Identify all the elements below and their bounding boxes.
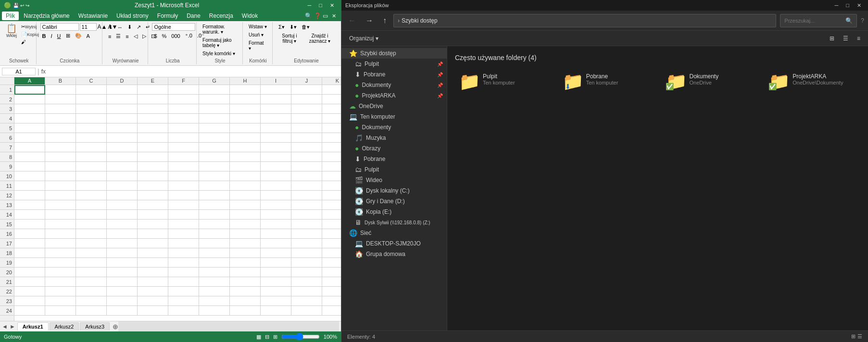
cell-E15[interactable] <box>138 220 168 229</box>
row-10[interactable]: 10 <box>0 171 14 181</box>
cell-F15[interactable] <box>168 220 199 229</box>
organize-button[interactable]: Organizuj ▾ <box>345 33 382 44</box>
cell-H11[interactable] <box>230 181 261 191</box>
scroll-left-button[interactable]: ► <box>10 323 15 330</box>
cell-K12[interactable] <box>322 191 341 200</box>
folder-card-projektarka[interactable]: 📁 ✅ ProjektARKA OneDrive\Dokumenty <box>765 69 860 94</box>
cell-I10[interactable] <box>261 171 291 181</box>
cell-G16[interactable] <box>199 229 230 239</box>
cell-B15[interactable] <box>45 220 76 229</box>
cell-C18[interactable] <box>76 248 107 258</box>
sum-button[interactable]: Σ▾ <box>277 23 287 31</box>
cell-H20[interactable] <box>230 268 261 277</box>
cell-K16[interactable] <box>322 229 341 239</box>
cell-G12[interactable] <box>199 191 230 200</box>
cell-F9[interactable] <box>168 162 199 171</box>
cell-B24[interactable] <box>45 306 76 316</box>
sidebar-item-desktop-pc[interactable]: 💻 DESKTOP-SJM20JO <box>341 238 447 249</box>
row-20[interactable]: 20 <box>0 268 14 277</box>
cell-G15[interactable] <box>199 220 230 229</box>
increase-indent-button[interactable]: ▷ <box>140 32 148 40</box>
cell-F4[interactable] <box>168 114 199 123</box>
sidebar-item-drive-d[interactable]: 💽 Gry i Dane (D:) <box>341 196 447 207</box>
cell-D11[interactable] <box>107 181 138 191</box>
cell-C11[interactable] <box>76 181 107 191</box>
cell-E23[interactable] <box>138 296 168 306</box>
cell-E1[interactable] <box>138 85 168 95</box>
cell-H12[interactable] <box>230 191 261 200</box>
cell-B16[interactable] <box>45 229 76 239</box>
border-button[interactable]: ⊞ <box>64 32 72 40</box>
row-15[interactable]: 15 <box>0 220 14 229</box>
cell-H2[interactable] <box>230 95 261 104</box>
col-header-A[interactable]: A <box>14 77 45 85</box>
cell-G8[interactable] <box>199 152 230 162</box>
cell-I2[interactable] <box>261 95 291 104</box>
menu-narzedzia[interactable]: Narzędzia główne <box>20 12 73 20</box>
cell-G9[interactable] <box>199 162 230 171</box>
cell-J10[interactable] <box>291 171 322 181</box>
sidebar-item-quick-access[interactable]: ⭐ Szybki dostęp <box>341 48 447 59</box>
increase-decimal-button[interactable]: ⁺.0 <box>183 32 194 40</box>
back-button[interactable]: ← <box>345 14 359 27</box>
cell-H17[interactable] <box>230 239 261 248</box>
cell-D2[interactable] <box>107 95 138 104</box>
cell-H3[interactable] <box>230 104 261 114</box>
address-bar[interactable]: › Szybki dostęp <box>393 14 776 27</box>
cell-G19[interactable] <box>199 258 230 268</box>
row-1[interactable]: 1 <box>0 85 14 95</box>
cell-J18[interactable] <box>291 248 322 258</box>
cell-K15[interactable] <box>322 220 341 229</box>
cell-H4[interactable] <box>230 114 261 123</box>
cell-C21[interactable] <box>76 277 107 287</box>
view-large-icon-button[interactable]: ⊞ <box>826 33 838 44</box>
cell-G6[interactable] <box>199 133 230 143</box>
cell-C19[interactable] <box>76 258 107 268</box>
cell-A3[interactable] <box>14 104 45 114</box>
cell-G4[interactable] <box>199 114 230 123</box>
row-8[interactable]: 8 <box>0 152 14 162</box>
cell-C4[interactable] <box>76 114 107 123</box>
col-header-H[interactable]: H <box>230 77 261 85</box>
cell-B19[interactable] <box>45 258 76 268</box>
cell-D7[interactable] <box>107 143 138 152</box>
cell-J14[interactable] <box>291 210 322 220</box>
cell-A2[interactable] <box>14 95 45 104</box>
cell-C22[interactable] <box>76 287 107 296</box>
cell-G14[interactable] <box>199 210 230 220</box>
insert-sheet-button[interactable]: ⊕ <box>113 323 118 330</box>
cell-H24[interactable] <box>230 306 261 316</box>
menu-widok[interactable]: Widok <box>238 12 262 20</box>
cell-C1[interactable] <box>76 85 107 95</box>
cell-K24[interactable] <box>322 306 341 316</box>
cell-A9[interactable] <box>14 162 45 171</box>
sidebar-item-docs-local[interactable]: ● Dokumenty <box>341 122 447 133</box>
cell-F23[interactable] <box>168 296 199 306</box>
cell-C17[interactable] <box>76 239 107 248</box>
find-select-button[interactable]: Znajdź i zaznacz ▾ <box>303 32 336 45</box>
cell-B4[interactable] <box>45 114 76 123</box>
delete-button[interactable]: Usuń ▾ <box>247 31 269 38</box>
cell-J8[interactable] <box>291 152 322 162</box>
status-list-view-icon[interactable]: ☰ <box>857 333 862 340</box>
cell-I3[interactable] <box>261 104 291 114</box>
cell-I6[interactable] <box>261 133 291 143</box>
up-button[interactable]: ↑ <box>380 14 390 27</box>
cell-K8[interactable] <box>322 152 341 162</box>
cell-D13[interactable] <box>107 200 138 210</box>
cell-K4[interactable] <box>322 114 341 123</box>
cell-F17[interactable] <box>168 239 199 248</box>
menu-recenzja[interactable]: Recenzja <box>205 12 237 20</box>
row-24[interactable]: 24 <box>0 306 14 316</box>
row-21[interactable]: 21 <box>0 277 14 287</box>
exp-maximize-button[interactable]: □ <box>843 2 852 9</box>
view-layout-icon[interactable]: ⊟ <box>265 334 269 340</box>
cell-C20[interactable] <box>76 268 107 277</box>
cell-J15[interactable] <box>291 220 322 229</box>
cell-G1[interactable] <box>199 85 230 95</box>
cell-E5[interactable] <box>138 123 168 133</box>
cell-A6[interactable] <box>14 133 45 143</box>
conditional-format-button[interactable]: Formatow. warunk. ▾ <box>201 23 239 36</box>
cell-F12[interactable] <box>168 191 199 200</box>
cell-G23[interactable] <box>199 296 230 306</box>
